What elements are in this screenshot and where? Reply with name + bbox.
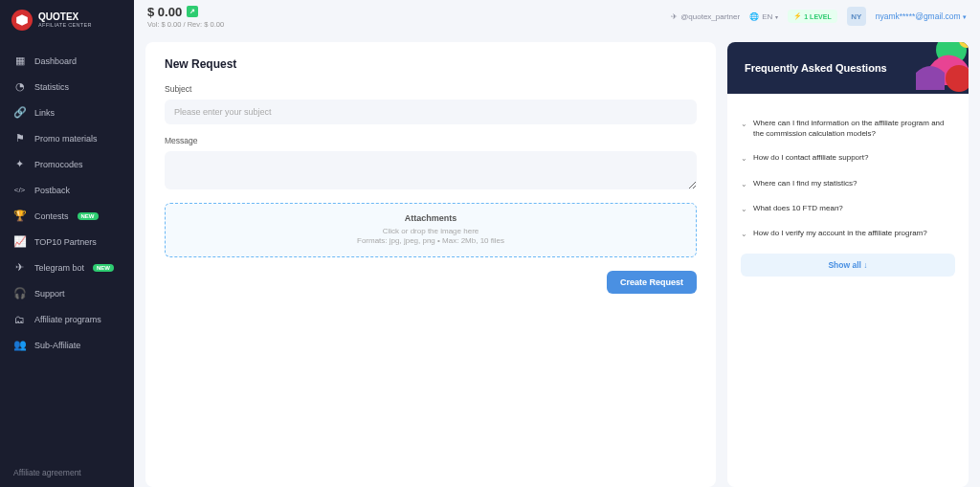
sidebar-item-label: Promo materials bbox=[34, 134, 98, 144]
sidebar-item-affiliate-programs[interactable]: 🗂Affiliate programs bbox=[0, 306, 134, 332]
sidebar-item-links[interactable]: 🔗Links bbox=[0, 100, 134, 125]
telegram-icon: ✈ bbox=[671, 12, 678, 21]
faq-item[interactable]: ⌄How do I contact affiliate support? bbox=[741, 145, 955, 170]
chevron-down-icon: ⌄ bbox=[741, 179, 747, 189]
chevron-down-icon: ⌄ bbox=[741, 229, 747, 239]
globe-icon: 🌐 bbox=[749, 12, 759, 21]
affiliate-programs-icon: 🗂 bbox=[13, 313, 26, 325]
sidebar-item-label: Sub-Affiliate bbox=[34, 341, 80, 350]
support-icon: 🎧 bbox=[13, 287, 26, 299]
sidebar-item-statistics[interactable]: ◔Statistics bbox=[0, 74, 134, 100]
sidebar-item-label: Contests bbox=[34, 211, 69, 221]
chevron-down-icon: ⌄ bbox=[741, 204, 747, 214]
faq-item[interactable]: ⌄Where can I find information on the aff… bbox=[741, 111, 955, 145]
contests-icon: 🏆 bbox=[13, 210, 26, 222]
telegram-link[interactable]: ✈@quotex_partner bbox=[671, 12, 740, 21]
message-textarea[interactable] bbox=[165, 151, 697, 189]
content: New Request Subject Message Attachments … bbox=[134, 33, 980, 487]
faq-body: ⌄Where can I find information on the aff… bbox=[727, 94, 969, 487]
message-label: Message bbox=[165, 136, 697, 145]
faq-header: Frequently Asked Questions bbox=[727, 42, 969, 94]
topbar: $ 0.00 ↗ Vol: $ 0.00 / Rev: $ 0.00 ✈@quo… bbox=[134, 0, 980, 33]
affiliate-agreement-link[interactable]: Affiliate agreement bbox=[0, 458, 134, 487]
sidebar-item-label: Statistics bbox=[34, 82, 69, 92]
balance: $ 0.00 ↗ bbox=[147, 5, 224, 19]
sidebar-item-promo-materials[interactable]: ⚑Promo materials bbox=[0, 125, 134, 151]
attachments-dropzone[interactable]: Attachments Click or drop the image here… bbox=[165, 203, 697, 257]
faq-decoration bbox=[892, 42, 969, 94]
sidebar-item-label: Promocodes bbox=[34, 160, 83, 169]
faq-item[interactable]: ⌄What does 10 FTD mean? bbox=[741, 196, 955, 221]
balance-value: $ 0.00 bbox=[147, 5, 182, 19]
promo-materials-icon: ⚑ bbox=[13, 132, 26, 144]
balance-sub: Vol: $ 0.00 / Rev: $ 0.00 bbox=[147, 20, 224, 29]
logo[interactable]: QUOTEX AFFILIATE CENTER bbox=[0, 0, 134, 40]
postback-icon: </> bbox=[13, 184, 26, 196]
faq-item[interactable]: ⌄How do I verify my account in the affil… bbox=[741, 221, 955, 246]
chevron-down-icon: ⌄ bbox=[741, 119, 747, 139]
sidebar-item-support[interactable]: 🎧Support bbox=[0, 280, 134, 306]
sidebar-item-dashboard[interactable]: ▦Dashboard bbox=[0, 48, 134, 74]
logo-icon bbox=[11, 10, 33, 31]
brand-name: QUOTEX bbox=[38, 12, 92, 22]
sidebar-item-contests[interactable]: 🏆ContestsNEW bbox=[0, 203, 134, 229]
subject-input[interactable] bbox=[165, 100, 697, 124]
bolt-icon: ⚡ bbox=[793, 12, 802, 20]
promocodes-icon: ✦ bbox=[13, 158, 26, 170]
sidebar-item-top10[interactable]: 📈TOP10 Partners bbox=[0, 229, 134, 255]
sidebar-item-telegram-bot[interactable]: ✈Telegram botNEW bbox=[0, 255, 134, 280]
faq-item[interactable]: ⌄Where can I find my statistics? bbox=[741, 171, 955, 196]
attachments-hint: Click or drop the image here bbox=[175, 227, 686, 236]
top10-icon: 📈 bbox=[13, 235, 26, 248]
balance-trend-icon: ↗ bbox=[187, 6, 198, 17]
sidebar-item-label: Postback bbox=[34, 186, 70, 195]
sidebar-item-label: TOP10 Partners bbox=[34, 237, 97, 247]
sidebar-item-label: Affiliate programs bbox=[34, 315, 101, 324]
subject-label: Subject bbox=[165, 84, 697, 94]
sub-affiliate-icon: 👥 bbox=[13, 339, 26, 351]
chevron-down-icon: ▾ bbox=[775, 13, 778, 20]
chevron-down-icon: ⌄ bbox=[741, 153, 747, 164]
sidebar-item-label: Links bbox=[34, 108, 55, 118]
card-title: New Request bbox=[165, 57, 697, 71]
statistics-icon: ◔ bbox=[13, 80, 26, 93]
dashboard-icon: ▦ bbox=[13, 55, 26, 67]
sidebar: QUOTEX AFFILIATE CENTER ▦Dashboard ◔Stat… bbox=[0, 0, 134, 487]
sidebar-item-label: Support bbox=[34, 289, 65, 299]
main: $ 0.00 ↗ Vol: $ 0.00 / Rev: $ 0.00 ✈@quo… bbox=[134, 0, 980, 487]
level-badge[interactable]: ⚡1 LEVEL bbox=[788, 10, 836, 23]
nav: ▦Dashboard ◔Statistics 🔗Links ⚑Promo mat… bbox=[0, 40, 134, 458]
attachments-formats: Formats: jpg, jpeg, png • Max: 2Mb, 10 f… bbox=[175, 236, 686, 246]
sidebar-item-promocodes[interactable]: ✦Promocodes bbox=[0, 151, 134, 177]
attachments-title: Attachments bbox=[175, 213, 686, 223]
language-selector[interactable]: 🌐EN▾ bbox=[749, 12, 778, 21]
new-request-card: New Request Subject Message Attachments … bbox=[145, 42, 716, 487]
new-badge: NEW bbox=[93, 264, 114, 272]
links-icon: 🔗 bbox=[13, 106, 26, 119]
create-request-button[interactable]: Create Request bbox=[607, 271, 697, 294]
show-all-button[interactable]: Show all ↓ bbox=[741, 254, 955, 277]
sidebar-item-sub-affiliate[interactable]: 👥Sub-Affiliate bbox=[0, 332, 134, 358]
chevron-down-icon: ▾ bbox=[963, 13, 967, 20]
faq-title: Frequently Asked Questions bbox=[745, 62, 887, 74]
user-menu[interactable]: nyamk*****@gmail.com ▾ bbox=[876, 11, 967, 21]
telegram-bot-icon: ✈ bbox=[13, 261, 26, 274]
sidebar-item-postback[interactable]: </>Postback bbox=[0, 177, 134, 203]
avatar[interactable]: NY bbox=[847, 7, 866, 26]
new-badge: NEW bbox=[78, 212, 99, 220]
brand-sub: AFFILIATE CENTER bbox=[38, 22, 92, 28]
sidebar-item-label: Telegram bot bbox=[34, 263, 84, 273]
faq-card: Frequently Asked Questions ⌄Where can I … bbox=[727, 42, 969, 487]
sidebar-item-label: Dashboard bbox=[34, 56, 77, 66]
